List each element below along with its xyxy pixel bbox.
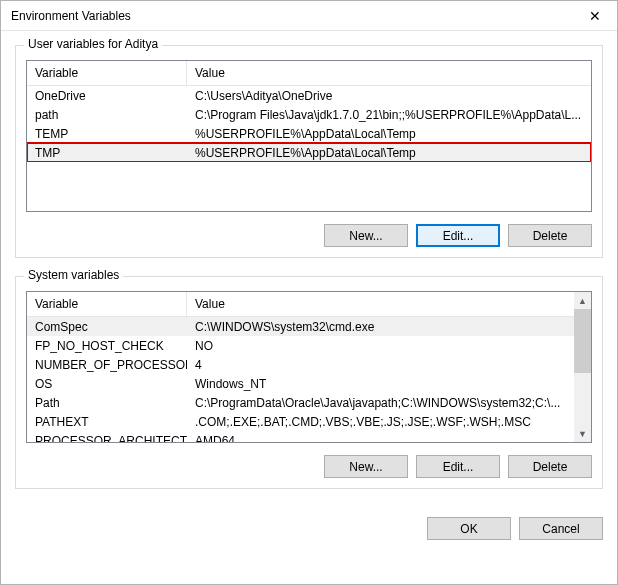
system-variables-list[interactable]: Variable Value ComSpec C:\WINDOWS\system… xyxy=(26,291,592,443)
table-row[interactable]: PATHEXT .COM;.EXE;.BAT;.CMD;.VBS;.VBE;.J… xyxy=(27,412,591,431)
user-variables-list[interactable]: Variable Value OneDrive C:\Users\Aditya\… xyxy=(26,60,592,212)
table-row[interactable]: FP_NO_HOST_CHECK NO xyxy=(27,336,591,355)
close-icon: ✕ xyxy=(589,8,601,24)
user-new-button[interactable]: New... xyxy=(324,224,408,247)
scroll-thumb[interactable] xyxy=(574,309,591,373)
list-header: Variable Value xyxy=(27,292,591,317)
scroll-down-icon[interactable]: ▼ xyxy=(574,425,591,442)
table-row[interactable]: Path C:\ProgramData\Oracle\Java\javapath… xyxy=(27,393,591,412)
table-row[interactable]: TEMP %USERPROFILE%\AppData\Local\Temp xyxy=(27,124,591,143)
list-header: Variable Value xyxy=(27,61,591,86)
col-value[interactable]: Value xyxy=(187,292,591,316)
col-variable[interactable]: Variable xyxy=(27,292,187,316)
titlebar: Environment Variables ✕ xyxy=(1,1,617,31)
scrollbar[interactable]: ▲ ▼ xyxy=(574,292,591,442)
table-row-selected[interactable]: TMP %USERPROFILE%\AppData\Local\Temp xyxy=(27,143,591,162)
system-edit-button[interactable]: Edit... xyxy=(416,455,500,478)
col-variable[interactable]: Variable xyxy=(27,61,187,85)
user-edit-button[interactable]: Edit... xyxy=(416,224,500,247)
system-new-button[interactable]: New... xyxy=(324,455,408,478)
window-title: Environment Variables xyxy=(11,9,131,23)
table-row[interactable]: OS Windows_NT xyxy=(27,374,591,393)
col-value[interactable]: Value xyxy=(187,61,591,85)
user-group-legend: User variables for Aditya xyxy=(24,37,162,51)
user-delete-button[interactable]: Delete xyxy=(508,224,592,247)
ok-button[interactable]: OK xyxy=(427,517,511,540)
system-delete-button[interactable]: Delete xyxy=(508,455,592,478)
scroll-track[interactable] xyxy=(574,309,591,425)
table-row-selected[interactable]: ComSpec C:\WINDOWS\system32\cmd.exe xyxy=(27,317,591,336)
scroll-up-icon[interactable]: ▲ xyxy=(574,292,591,309)
table-row[interactable]: PROCESSOR_ARCHITECTURE AMD64 xyxy=(27,431,591,442)
system-variables-group: System variables Variable Value ComSpec … xyxy=(15,276,603,489)
user-variables-group: User variables for Aditya Variable Value… xyxy=(15,45,603,258)
cancel-button[interactable]: Cancel xyxy=(519,517,603,540)
table-row[interactable]: NUMBER_OF_PROCESSORS 4 xyxy=(27,355,591,374)
system-group-legend: System variables xyxy=(24,268,123,282)
close-button[interactable]: ✕ xyxy=(572,1,617,30)
table-row[interactable]: path C:\Program Files\Java\jdk1.7.0_21\b… xyxy=(27,105,591,124)
table-row[interactable]: OneDrive C:\Users\Aditya\OneDrive xyxy=(27,86,591,105)
